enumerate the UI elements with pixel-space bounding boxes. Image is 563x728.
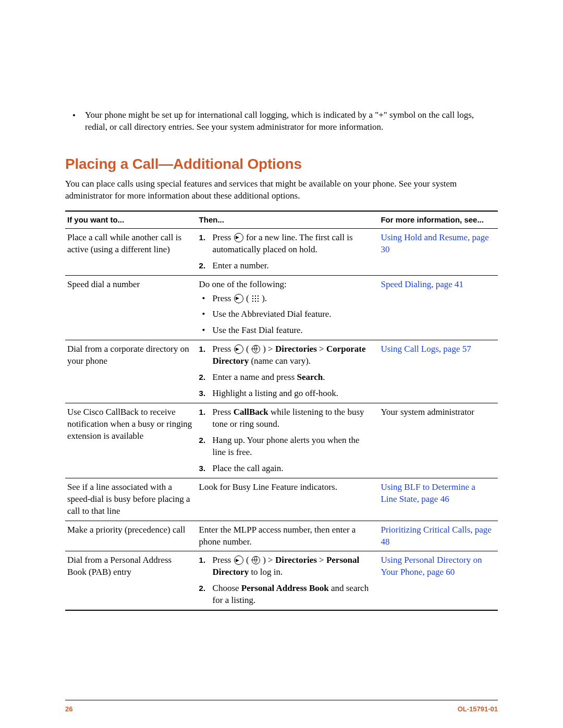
step: Enter a number. — [199, 260, 375, 272]
step: Enter a name and press Search. — [199, 372, 375, 388]
document-id: OL-15791-01 — [458, 705, 498, 714]
step: Press for a new line. The first call is … — [199, 232, 375, 260]
xref-link[interactable]: Using Hold and Resume, page 30 — [381, 232, 488, 254]
globe-icon — [252, 556, 260, 564]
info-cell: Using Personal Directory on Your Phone, … — [378, 551, 498, 610]
info-cell: Prioritizing Critical Calls, page 48 — [378, 521, 498, 551]
step: Press ( ) > Directories > Personal Direc… — [199, 554, 375, 583]
bullet-item: Use the Abbreviated Dial feature. — [199, 309, 375, 325]
then-cell: Press for a new line. The first call is … — [197, 228, 379, 275]
want-cell: Speed dial a number — [65, 275, 197, 340]
then-cell: Press ( ) > Directories > Corporate Dire… — [197, 340, 379, 403]
globe-icon — [252, 345, 260, 353]
xref-link[interactable]: Speed Dialing, page 41 — [381, 279, 463, 289]
step: Hang up. Your phone alerts you when the … — [199, 435, 375, 463]
info-cell: Using Hold and Resume, page 30 — [378, 228, 498, 275]
table-row: See if a line associated with a speed-di… — [65, 478, 498, 521]
section-heading: Placing a Call—Additional Options — [65, 154, 498, 174]
nav-button-icon — [234, 556, 243, 565]
info-cell: Using Call Logs, page 57 — [378, 340, 498, 403]
then-cell: Press ( ) > Directories > Personal Direc… — [197, 551, 379, 610]
options-table: If you want to... Then... For more infor… — [65, 211, 498, 611]
table-row: Use Cisco CallBack to receive notificati… — [65, 403, 498, 478]
intro-bullet: • Your phone might be set up for interna… — [72, 109, 498, 133]
want-cell: Dial from a Personal Address Book (PAB) … — [65, 551, 197, 610]
step: Press CallBack while listening to the bu… — [199, 406, 375, 435]
xref-link[interactable]: Using Personal Directory on Your Phone, … — [381, 555, 482, 577]
table-row: Speed dial a number Do one of the follow… — [65, 275, 498, 340]
want-cell: Use Cisco CallBack to receive notificati… — [65, 403, 197, 478]
page-number: 26 — [65, 705, 72, 714]
xref-link[interactable]: Using Call Logs, page 57 — [381, 344, 471, 354]
step: Highlight a listing and go off-hook. — [199, 388, 375, 400]
nav-button-icon — [234, 344, 243, 354]
then-cell: Do one of the following: Press ( ). Use … — [197, 275, 379, 340]
want-cell: Place a call while another call is activ… — [65, 228, 197, 275]
step: Place the call again. — [199, 463, 375, 475]
keypad-grid-icon — [252, 295, 259, 302]
section-intro: You can place calls using special featur… — [65, 178, 498, 202]
table-row: Place a call while another call is activ… — [65, 228, 498, 275]
table-row: Dial from a Personal Address Book (PAB) … — [65, 551, 498, 610]
info-cell: Your system administrator — [378, 403, 498, 478]
xref-link[interactable]: Using BLF to Determine a Line State, pag… — [381, 482, 475, 504]
xref-link[interactable]: Prioritizing Critical Calls, page 48 — [381, 525, 491, 547]
bullet-item: Press ( ). — [199, 293, 375, 309]
page-footer: 26 OL-15791-01 — [65, 700, 498, 714]
info-cell: Using BLF to Determine a Line State, pag… — [378, 478, 498, 521]
want-cell: Make a priority (precedence) call — [65, 521, 197, 551]
lead-text: Do one of the following: — [199, 279, 375, 291]
th-info: For more information, see... — [378, 211, 498, 229]
th-then: Then... — [197, 211, 379, 229]
table-row: Make a priority (precedence) call Enter … — [65, 521, 498, 551]
info-cell: Speed Dialing, page 41 — [378, 275, 498, 340]
then-cell: Press CallBack while listening to the bu… — [197, 403, 379, 478]
intro-bullet-text: Your phone might be set up for internati… — [85, 109, 498, 133]
step: Press ( ) > Directories > Corporate Dire… — [199, 343, 375, 372]
want-cell: See if a line associated with a speed-di… — [65, 478, 197, 521]
then-cell: Look for Busy Line Feature indicators. — [197, 478, 379, 521]
bullet-dot-icon: • — [72, 109, 85, 133]
then-cell: Enter the MLPP access number, then enter… — [197, 521, 379, 551]
th-want: If you want to... — [65, 211, 197, 229]
nav-button-icon — [234, 294, 243, 303]
table-row: Dial from a corporate directory on your … — [65, 340, 498, 403]
nav-button-icon — [234, 233, 243, 242]
bullet-item: Use the Fast Dial feature. — [199, 325, 375, 337]
step: Choose Personal Address Book and search … — [199, 583, 375, 607]
want-cell: Dial from a corporate directory on your … — [65, 340, 197, 403]
